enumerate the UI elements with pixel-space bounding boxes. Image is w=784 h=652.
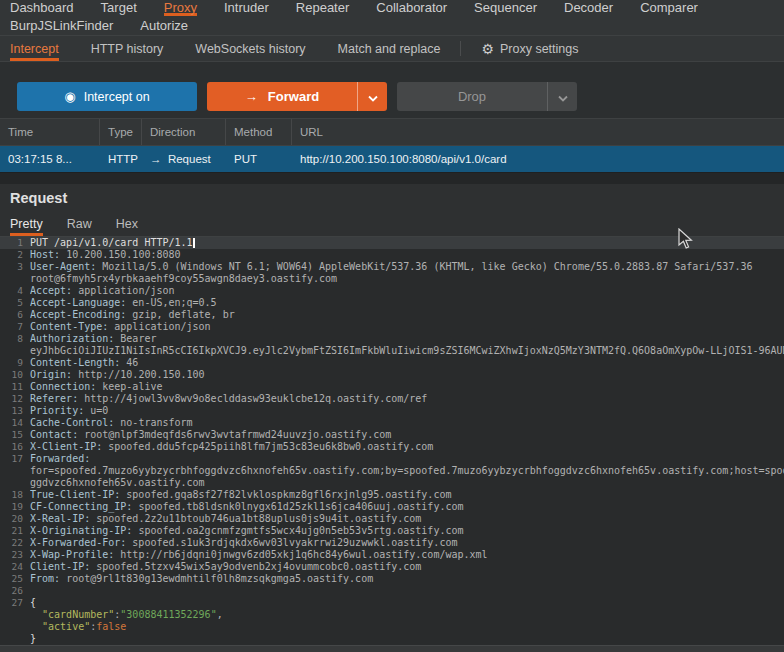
line-content: Accept: application/json [30,285,784,297]
intercept-toggle-button[interactable]: ◉ Intercept on [17,82,197,111]
intercept-record-icon: ◉ [64,90,75,103]
tab-http-history[interactable]: HTTP history [91,36,164,61]
editor-line: 13Priority: u=0 [0,405,784,417]
vertical-divider [460,41,461,56]
tab-match-and-replace[interactable]: Match and replace [338,36,441,61]
column-header-method[interactable]: Method [226,119,292,145]
request-panel-title: Request [0,184,784,212]
history-table-selected-row[interactable]: 03:17:15 8...HTTP→ RequestPUThttp://10.2… [0,146,784,172]
line-number: 26 [0,585,30,597]
request-tab-raw[interactable]: Raw [67,212,92,236]
editor-line: 22X-Forwarded-For: spoofed.s1uk3rdjqkdx6… [0,537,784,549]
line-number: 23 [0,549,30,561]
line-content: User-Agent: Mozilla/5.0 (Windows NT 6.1;… [30,261,784,273]
editor-line: eyJhbGciOiJIUzI1NiIsInR5cCI6IkpXVCJ9.eyJ… [0,345,784,357]
menu-tab-burpjslinkfinder[interactable]: BurpJSLinkFinder [10,16,113,35]
line-content: Host: 10.200.150.100:8080 [30,249,784,261]
line-content: "active":false [30,621,784,633]
editor-line: 8Authorization: Bearer [0,333,784,345]
column-header-type[interactable]: Type [100,119,142,145]
menu-tab-repeater[interactable]: Repeater [296,0,349,16]
editor-line: 24Client-IP: spoofed.5tzxv45wix5ay9odven… [0,561,784,573]
row-cell-direction: → Request [142,146,226,172]
line-content: { [30,597,784,609]
panel-divider [0,172,784,184]
tab-websockets-history[interactable]: WebSockets history [195,36,305,61]
line-content: X-Client-IP: spoofed.ddu5fcp425piih8lfm7… [30,441,784,453]
text-caret [193,238,195,248]
line-content: "cardNumber":"30088411352296", [30,609,784,621]
burp-suite-window: DashboardTargetProxyIntruderRepeaterColl… [0,0,784,652]
line-number: 7 [0,321,30,333]
line-content: Cache-Control: no-transform [30,417,784,429]
line-number: 9 [0,357,30,369]
editor-line: 4Accept: application/json [0,285,784,297]
editor-line: 17Forwarded: [0,453,784,465]
line-number: 2 [0,249,30,261]
line-content: ggdvzc6hxnofeh65v.oastify.com [30,477,784,489]
line-content: Referer: http://4jowl3vv8wv9o8eclddasw93… [30,393,784,405]
column-header-url[interactable]: URL [292,119,784,145]
line-number: 6 [0,309,30,321]
line-number: 8 [0,333,30,345]
line-number: 12 [0,393,30,405]
line-content: X-Originating-IP: spoofed.oa2gcnmfzgmtfs… [30,525,784,537]
drop-dropdown-button [547,82,577,111]
request-editor[interactable]: 1PUT /api/v1.0/card HTTP/1.12Host: 10.20… [0,237,784,645]
editor-line: 10Origin: http://10.200.150.100 [0,369,784,381]
forward-dropdown-button[interactable] [357,82,387,111]
editor-line: 27{ [0,597,784,609]
column-header-direction[interactable]: Direction [142,119,226,145]
line-number: 24 [0,561,30,573]
menu-tab-decoder[interactable]: Decoder [564,0,613,16]
forward-button-label: Forward [268,89,319,104]
line-content: CF-Connecting_IP: spoofed.tb8ldsnk0lnygx… [30,501,784,513]
menu-tab-target[interactable]: Target [101,0,137,16]
bottom-bar [0,645,784,652]
column-header-time[interactable]: Time [0,119,100,145]
tab-proxy-settings[interactable]: ⚙ Proxy settings [481,41,578,57]
line-content: for=spoofed.7muzo6yybzycrbhfoggdvzc6hxno… [30,465,784,477]
tab-intercept[interactable]: Intercept [10,36,59,61]
menu-tab-dashboard[interactable]: Dashboard [10,0,74,16]
line-number: 14 [0,417,30,429]
menu-tab-intruder[interactable]: Intruder [224,0,269,16]
line-number: 25 [0,573,30,585]
line-number: 22 [0,537,30,549]
menu-tab-collaborator[interactable]: Collaborator [376,0,447,16]
forward-button-main[interactable]: → Forward [207,82,357,111]
editor-line: 14Cache-Control: no-transform [0,417,784,429]
main-menu: DashboardTargetProxyIntruderRepeaterColl… [0,0,784,16]
menu-tab-proxy[interactable]: Proxy [164,0,197,16]
menu-tab-sequencer[interactable]: Sequencer [474,0,537,16]
line-content: PUT /api/v1.0/card HTTP/1.1 [30,237,784,249]
gear-icon: ⚙ [481,41,494,57]
arrow-right-icon: → [245,89,258,104]
line-number [0,345,30,357]
drop-button-label: Drop [458,89,486,104]
line-content: Priority: u=0 [30,405,784,417]
menu-tab-autorize[interactable]: Autorize [140,16,188,35]
editor-line: 5Accept-Language: en-US,en;q=0.5 [0,297,784,309]
request-tab-hex[interactable]: Hex [116,212,138,236]
line-content: Client-IP: spoofed.5tzxv45wix5ay9odvenb2… [30,561,784,573]
line-number: 13 [0,405,30,417]
editor-line: 12Referer: http://4jowl3vv8wv9o8eclddasw… [0,393,784,405]
extensions-menu: BurpJSLinkFinderAutorize [0,16,784,36]
request-tab-pretty[interactable]: Pretty [10,212,43,236]
editor-line: 18True-Client-IP: spoofed.gqa8sf27f82lvk… [0,489,784,501]
editor-line: 6Accept-Encoding: gzip, deflate, br [0,309,784,321]
editor-line: 23X-Wap-Profile: http://rb6jdqni0jnwgv6z… [0,549,784,561]
line-number: 5 [0,297,30,309]
line-number: 20 [0,513,30,525]
line-number [0,609,30,621]
line-content: From: root@9rl1t830g13ewdmhtilf0lh8mzsqk… [30,573,784,585]
editor-line: 25From: root@9rl1t830g13ewdmhtilf0lh8mzs… [0,573,784,585]
line-number [0,465,30,477]
line-content: root@6fmyh5rx4yrbkaaehf9coy55awgn8daey3.… [30,273,784,285]
menu-tab-comparer[interactable]: Comparer [640,0,698,16]
editor-line: 11Connection: keep-alive [0,381,784,393]
line-number: 18 [0,489,30,501]
forward-button[interactable]: → Forward [207,82,387,111]
line-content: True-Client-IP: spoofed.gqa8sf27f82lvklo… [30,489,784,501]
